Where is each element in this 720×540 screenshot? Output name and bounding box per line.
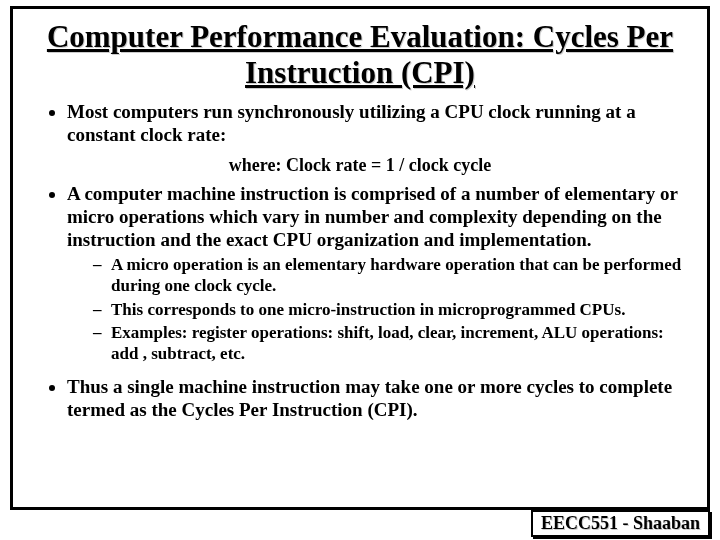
sub-list: A micro operation is an elementary hardw… — [67, 255, 683, 365]
bullet-3: Thus a single machine instruction may ta… — [67, 375, 689, 421]
slide-frame: Computer Performance Evaluation: Cycles … — [10, 6, 710, 510]
bullet-list-2: A computer machine instruction is compri… — [31, 182, 689, 365]
bullet-2: A computer machine instruction is compri… — [67, 182, 689, 365]
footer: EECC551 - Shaaban #27 Lec # 1 Winter 200… — [531, 510, 710, 540]
sub-2: This corresponds to one micro-instructio… — [93, 300, 683, 321]
bullet-list: Most computers run synchronously utilizi… — [31, 100, 689, 146]
sub-3: Examples: register operations: shift, lo… — [93, 323, 683, 364]
bullet-1: Most computers run synchronously utilizi… — [67, 100, 689, 146]
slide-title: Computer Performance Evaluation: Cycles … — [31, 19, 689, 90]
footer-course: EECC551 - Shaaban — [531, 510, 710, 537]
formula-line: where: Clock rate = 1 / clock cycle — [31, 155, 689, 176]
sub-1: A micro operation is an elementary hardw… — [93, 255, 683, 296]
bullet-2-text: A computer machine instruction is compri… — [67, 183, 678, 250]
bullet-list-3: Thus a single machine instruction may ta… — [31, 375, 689, 421]
